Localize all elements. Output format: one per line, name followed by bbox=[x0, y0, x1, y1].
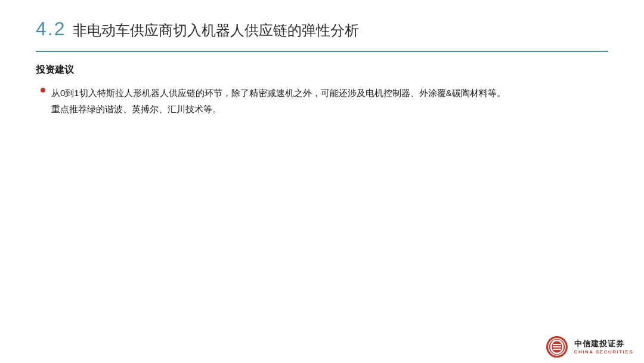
section-title: 非电动车供应商切入机器人供应链的弹性分析 bbox=[73, 21, 359, 40]
bullet-text: 从0到1切入特斯拉人形机器人供应链的环节，除了精密减速机之外，可能还涉及电机控制… bbox=[51, 85, 506, 117]
section-number: 4.2 bbox=[36, 18, 66, 40]
section-heading: 投资建议 bbox=[36, 64, 608, 76]
logo-cn-text: 中信建投证券 bbox=[574, 339, 624, 349]
bullet-dot-icon bbox=[41, 88, 45, 93]
bullet-line1: 从0到1切入特斯拉人形机器人供应链的环节，除了精密减速机之外，可能还涉及电机控制… bbox=[51, 88, 506, 98]
logo-text-block: 中信建投证券 CHINA SECURITIES bbox=[574, 339, 633, 355]
logo-en-text: CHINA SECURITIES bbox=[574, 349, 633, 355]
section-divider bbox=[36, 51, 608, 52]
title-section: 4.2 非电动车供应商切入机器人供应链的弹性分析 bbox=[36, 18, 608, 40]
bullet-line2: 重点推荐绿的谐波、英搏尔、汇川技术等。 bbox=[51, 104, 221, 114]
bullet-item: 从0到1切入特斯拉人形机器人供应链的环节，除了精密减速机之外，可能还涉及电机控制… bbox=[41, 85, 608, 117]
page-container: 4.2 非电动车供应商切入机器人供应链的弹性分析 投资建议 从0到1切入特斯拉人… bbox=[0, 0, 644, 363]
footer: 中信建投证券 CHINA SECURITIES bbox=[525, 330, 644, 363]
logo-icon bbox=[546, 336, 568, 358]
